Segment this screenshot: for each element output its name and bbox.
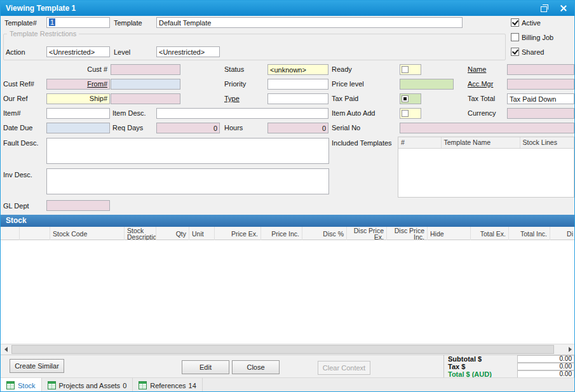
action-input[interactable]	[46, 46, 110, 57]
item-desc-input[interactable]	[156, 108, 328, 119]
acc-mgr-input[interactable]	[507, 79, 574, 90]
tax-paid-checkbox[interactable]	[402, 95, 409, 102]
date-due-input[interactable]	[46, 123, 110, 133]
column-header-price-ex[interactable]: Price Ex.	[215, 227, 261, 240]
stock-grid-header: Stock Code Stock Description Qty Unit Pr…	[1, 227, 575, 240]
included-templates-label: Included Templates	[332, 139, 392, 147]
tax-total-input[interactable]	[507, 93, 574, 104]
status-input[interactable]	[267, 64, 328, 75]
item-auto-add-checkbox[interactable]	[402, 110, 409, 117]
column-header-total-ex[interactable]: Total Ex.	[471, 227, 509, 240]
close-button[interactable]: Close	[232, 360, 280, 374]
currency-input[interactable]	[507, 108, 574, 119]
scroll-left-icon	[4, 347, 8, 352]
scrollbar-thumb[interactable]	[11, 345, 554, 354]
column-header-template-name[interactable]: Template Name	[442, 137, 520, 148]
column-header-disc-price-ex[interactable]: Disc Price Ex.	[347, 227, 387, 240]
type-label[interactable]: Type	[224, 95, 240, 102]
price-level-input[interactable]	[400, 79, 454, 90]
subtotal-value: 0.00	[517, 355, 574, 363]
spreadsheet-icon	[6, 381, 15, 389]
serial-no-input[interactable]	[400, 123, 574, 133]
scroll-right-button[interactable]	[565, 344, 575, 355]
stock-grid-body	[1, 240, 575, 344]
gl-dept-input[interactable]	[46, 200, 110, 211]
level-input[interactable]	[156, 46, 220, 57]
tax-paid-checkbox-field[interactable]	[400, 93, 421, 104]
ship-no-input[interactable]	[111, 93, 180, 104]
ready-checkbox-field[interactable]	[400, 64, 421, 75]
column-header-stock-code[interactable]: Stock Code	[50, 227, 125, 240]
shared-checkbox-label: Shared	[522, 48, 544, 56]
type-input[interactable]	[267, 93, 328, 104]
billing-job-checkbox-label: Billing Job	[522, 34, 553, 41]
scroll-left-button[interactable]	[1, 344, 11, 355]
template-no-input[interactable]: 1	[46, 17, 110, 28]
restore-window-button[interactable]	[535, 1, 553, 16]
fault-desc-textarea[interactable]	[46, 138, 329, 164]
shared-checkbox[interactable]	[511, 48, 519, 56]
column-header-stock-lines[interactable]: Stock Lines	[520, 137, 574, 148]
column-header-blank[interactable]	[20, 227, 50, 240]
tax-row: Tax $ 0.00	[444, 363, 575, 370]
column-header-total-inc[interactable]: Total Inc.	[509, 227, 550, 240]
cust-no-label: Cust #	[64, 65, 107, 73]
subtotal-row: Subtotal $ 0.00	[444, 355, 575, 363]
item-auto-add-label: Item Auto Add	[332, 109, 375, 117]
name-input[interactable]	[507, 64, 574, 75]
horizontal-scrollbar[interactable]	[1, 344, 575, 355]
inv-desc-label: Inv Desc.	[3, 171, 32, 179]
column-header-stock-description[interactable]: Stock Description	[125, 227, 156, 240]
fault-desc-label: Fault Desc.	[3, 139, 39, 147]
column-header-unit[interactable]: Unit	[189, 227, 215, 240]
column-header-disc-pct[interactable]: Disc %	[302, 227, 347, 240]
column-header-hide[interactable]: Hide	[428, 227, 471, 240]
active-checkbox[interactable]	[511, 18, 519, 27]
tax-paid-label: Tax Paid	[332, 95, 358, 102]
included-templates-table: # Template Name Stock Lines	[398, 137, 574, 198]
column-header-number[interactable]: #	[398, 137, 442, 148]
from-no-input[interactable]	[111, 79, 180, 90]
template-no-label: Template#	[4, 19, 37, 27]
create-similar-button[interactable]: Create Similar	[10, 359, 64, 373]
item-auto-add-checkbox-field[interactable]	[400, 108, 421, 119]
hours-input[interactable]	[267, 123, 328, 133]
priority-input[interactable]	[267, 79, 328, 90]
our-ref-label: Our Ref	[3, 95, 28, 102]
date-due-label: Date Due	[3, 124, 32, 132]
acc-mgr-label[interactable]: Acc.Mgr	[468, 80, 493, 88]
name-label[interactable]: Name	[468, 65, 486, 73]
footer-bar: Create Similar Edit Close Clear Context …	[1, 355, 575, 377]
req-days-input[interactable]	[156, 123, 220, 133]
tax-value: 0.00	[517, 363, 574, 370]
inv-desc-textarea[interactable]	[46, 168, 329, 194]
column-header-disc-truncated[interactable]: Di	[550, 227, 575, 240]
close-window-button[interactable]	[554, 1, 572, 16]
column-header-qty[interactable]: Qty	[156, 227, 189, 240]
column-header-price-inc[interactable]: Price Inc.	[261, 227, 302, 240]
cust-ref-label: Cust Ref#	[3, 80, 34, 88]
column-header-disc-price-inc[interactable]: Disc Price Inc.	[387, 227, 428, 240]
stock-section-header: Stock	[1, 215, 575, 227]
tab-stock[interactable]: Stock	[1, 378, 42, 392]
template-name-input[interactable]	[156, 17, 463, 28]
bottom-tab-bar: Stock Projects and Assets 0 References 1…	[1, 377, 575, 392]
close-icon	[560, 5, 566, 11]
ship-no-label: Ship#	[64, 95, 107, 102]
cust-no-input[interactable]	[111, 64, 180, 75]
column-header-row-indicator[interactable]	[1, 227, 20, 240]
subtotal-label: Subtotal $	[448, 355, 482, 363]
tab-projects-and-assets[interactable]: Projects and Assets 0	[42, 378, 133, 392]
tab-references[interactable]: References 14	[133, 378, 203, 392]
item-no-input[interactable]	[46, 108, 110, 119]
spreadsheet-icon	[48, 381, 56, 389]
tab-stock-label: Stock	[18, 382, 36, 389]
billing-job-checkbox[interactable]	[511, 33, 519, 41]
tab-references-label: References	[150, 382, 186, 389]
included-templates-header: # Template Name Stock Lines	[398, 137, 574, 149]
edit-button[interactable]: Edit	[182, 360, 229, 374]
from-no-label[interactable]: From#	[64, 80, 107, 88]
tab-projects-label: Projects and Assets	[59, 382, 121, 389]
ready-checkbox[interactable]	[402, 66, 409, 73]
price-level-label: Price level	[332, 80, 364, 88]
